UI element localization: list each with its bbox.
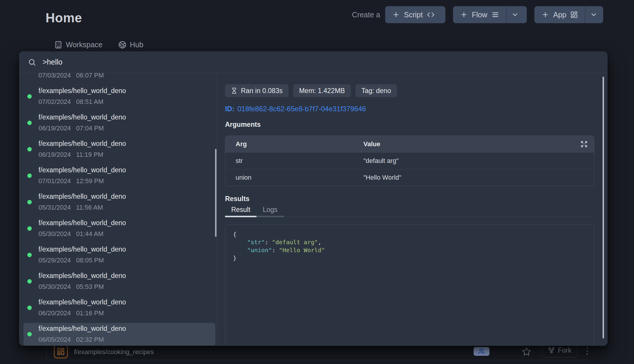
argument-name: union [225,174,363,181]
star-icon [522,347,531,356]
run-path: f/examples/hello_world_deno [38,298,126,306]
git-fork-icon [548,347,555,354]
favorite-star-button[interactable] [522,347,531,356]
run-date: 06/20/2024 [38,309,71,317]
run-time: 01:16 PM [76,309,104,317]
run-list-item[interactable]: f/examples/hello_world_deno 05/30/202405… [24,270,215,293]
inactive-tab-indicator [256,216,284,217]
success-dot-icon [27,253,32,257]
hourglass-icon [231,87,237,94]
success-dot-icon [27,121,32,125]
run-list-item[interactable]: f/examples/hello_world_deno 07/03/202406… [24,73,215,82]
create-flow-label: Flow [472,11,487,19]
success-dot-icon [27,279,32,284]
building-icon [54,41,62,49]
argument-value: "default arg" [363,157,594,165]
code-icon [427,11,435,18]
success-dot-icon [27,173,32,178]
run-date: 06/19/2024 [38,124,71,132]
run-path: f/examples/hello_world_deno [38,219,126,227]
app-icon-orange [54,344,68,358]
run-time: 12:59 PM [76,177,104,185]
create-script-button[interactable]: Script [385,6,445,23]
app-dropdown-button[interactable] [585,6,602,23]
run-list-item[interactable]: f/examples/hello_world_deno 07/01/202412… [24,164,215,187]
duration-badge-label: Ran in 0.083s [241,87,283,95]
arguments-title: Arguments [225,121,608,129]
run-date: 05/31/2024 [38,204,71,211]
run-list-item[interactable]: f/examples/hello_world_deno 06/19/202411… [24,138,215,161]
search-bar [19,51,608,73]
run-time: 01:44 AM [76,230,103,238]
run-path: f/examples/hello_world_deno [38,113,126,121]
run-time: 08:05 PM [76,257,104,264]
argument-value: "Hello World" [363,174,594,181]
run-date: 06/19/2024 [38,151,71,159]
globe-icon [118,41,126,49]
run-path: f/examples/hello_world_deno [38,325,126,333]
search-modal: f/examples/hello_world_deno 07/03/202406… [19,51,608,346]
flow-dropdown-button[interactable] [506,6,524,23]
json-separator: : [265,239,272,246]
json-separator: : [272,247,279,254]
active-tab-indicator [225,216,256,217]
run-path: f/examples/hello_world_deno [38,245,126,253]
argument-row: str "default arg" [225,152,594,169]
expand-icon [581,141,588,148]
run-list-item[interactable]: f/examples/hello_world_deno 05/30/202401… [24,217,215,240]
create-a-label: Create a [352,11,380,19]
success-dot-icon [27,200,32,204]
run-date: 06/05/2024 [38,336,71,343]
plus-icon [541,11,549,18]
runs-list: f/examples/hello_world_deno 07/03/202406… [19,73,217,346]
results-tabs: Result Logs [225,206,594,217]
run-time: 06:07 PM [76,73,104,79]
search-input[interactable] [43,58,395,66]
run-list-item[interactable]: f/examples/hello_world_deno 05/29/202408… [24,244,215,267]
run-time: 08:51 AM [76,98,103,106]
background-row-path: f/examples/cooking_recipes [74,348,154,356]
search-icon [28,58,36,66]
run-time: 11:56 AM [76,204,103,211]
column-header-arg: Arg [225,140,363,148]
run-path: f/examples/hello_world_deno [38,166,126,174]
run-list-item[interactable]: f/examples/hello_world_deno 06/19/202407… [24,112,215,134]
kebab-menu-button[interactable]: ⋮ [583,346,592,356]
page-title: Home [46,11,82,25]
plus-icon [460,11,468,18]
run-list-item[interactable]: f/examples/hello_world_deno 07/02/202408… [24,85,215,108]
memory-badge: Mem: 1.422MB [293,84,351,97]
create-flow-button[interactable]: Flow [453,6,527,23]
run-date: 07/01/2024 [38,177,71,185]
runs-scrollbar[interactable] [215,149,217,237]
success-dot-icon [27,94,32,99]
run-date: 05/30/2024 [38,230,71,238]
result-json-viewer: { "str": "default arg", "union": "Hello … [225,224,594,346]
run-list-item[interactable]: f/examples/hello_world_deno 05/31/202411… [24,191,215,214]
detail-scrollbar[interactable] [603,77,604,338]
json-key: "union" [247,247,272,254]
create-app-button[interactable]: App [534,6,603,23]
run-id-label: ID: [225,105,234,113]
tab-hub[interactable]: Hub [118,41,143,49]
json-string: "default arg" [272,239,318,246]
run-date: 07/02/2024 [38,98,71,106]
chevron-down-icon [590,11,598,18]
run-list-item[interactable]: f/examples/hello_world_deno 06/20/202401… [24,296,215,319]
duration-badge: Ran in 0.083s [225,84,289,97]
json-string: "Hello World" [279,247,325,254]
create-app-label: App [553,11,566,19]
success-dot-icon [27,332,32,336]
run-path: f/examples/hello_world_deno [38,140,126,148]
run-list-item[interactable]: f/examples/hello_world_deno 06/05/202402… [24,323,215,346]
run-time: 11:19 PM [76,151,103,159]
run-id[interactable]: ID:018fe862-8c62-65e8-b7f7-04e31f379646 [225,105,608,113]
expand-button[interactable] [581,141,588,148]
tab-workspace[interactable]: Workspace [54,41,103,49]
shared-users-badge [474,347,489,356]
argument-name: str [225,157,363,165]
run-path: f/examples/hello_world_deno [38,272,126,280]
run-date: 05/29/2024 [38,257,71,264]
run-path: f/examples/hello_world_deno [38,87,126,95]
run-time: 05:53 PM [76,283,104,291]
